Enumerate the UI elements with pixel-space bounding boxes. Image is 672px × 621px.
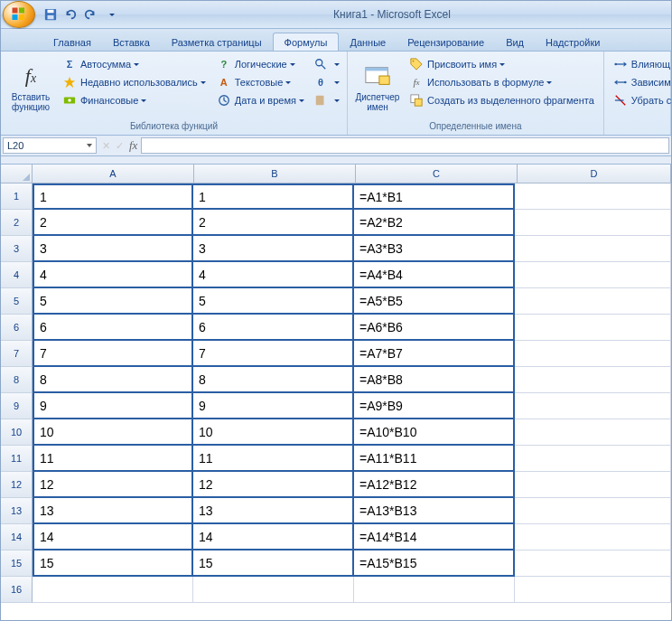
cell-a4[interactable]: 4: [33, 262, 193, 288]
name-manager-button[interactable]: Диспетчер имен: [351, 53, 404, 120]
cell-c12[interactable]: =A12*B12: [354, 472, 515, 498]
remove-arrows-button[interactable]: Убрать стр: [610, 91, 672, 109]
cell-b4[interactable]: 4: [193, 262, 354, 288]
row-header[interactable]: 7: [1, 341, 33, 367]
logical-button[interactable]: ? Логические: [213, 55, 308, 73]
tab-review[interactable]: Рецензирование: [397, 33, 495, 51]
row-header[interactable]: 2: [1, 210, 33, 236]
use-in-formula-button[interactable]: fx Использовать в формуле: [406, 73, 598, 91]
save-button[interactable]: [42, 6, 59, 23]
tab-insert[interactable]: Вставка: [102, 33, 161, 51]
cell-b14[interactable]: 14: [193, 524, 354, 550]
create-from-selection-button[interactable]: Создать из выделенного фрагмента: [406, 91, 598, 109]
row-header[interactable]: 12: [1, 472, 33, 498]
cell-d8[interactable]: [515, 367, 671, 393]
cell-d10[interactable]: [515, 419, 671, 446]
insert-function-button[interactable]: fx Вставить функцию: [5, 53, 57, 120]
formula-input[interactable]: [141, 137, 669, 154]
define-name-button[interactable]: Присвоить имя: [406, 55, 598, 73]
row-header[interactable]: 15: [1, 550, 33, 577]
cell-d2[interactable]: [515, 210, 671, 236]
cell-d15[interactable]: [515, 550, 671, 577]
cell-c6[interactable]: =A6*B6: [354, 315, 515, 341]
trace-precedents-button[interactable]: Влияющ: [610, 55, 672, 73]
cell-c2[interactable]: =A2*B2: [354, 210, 515, 236]
financial-button[interactable]: Финансовые: [59, 91, 210, 109]
cell-a11[interactable]: 11: [33, 446, 193, 472]
row-header[interactable]: 1: [1, 183, 33, 210]
cell-b7[interactable]: 7: [193, 341, 354, 367]
cell-a3[interactable]: 3: [33, 236, 193, 262]
qat-customize-button[interactable]: [102, 6, 118, 23]
cell-b13[interactable]: 13: [193, 498, 354, 524]
cell-a12[interactable]: 12: [33, 472, 193, 498]
column-header-d[interactable]: D: [518, 165, 671, 183]
cell-b9[interactable]: 9: [193, 393, 354, 419]
cell-d11[interactable]: [515, 446, 671, 472]
cell-d5[interactable]: [515, 288, 671, 315]
cell-b2[interactable]: 2: [193, 210, 354, 236]
cell-c16[interactable]: [354, 577, 515, 603]
column-header-c[interactable]: C: [356, 165, 518, 183]
name-box[interactable]: L20: [3, 137, 97, 154]
column-header-b[interactable]: B: [194, 165, 356, 183]
cell-d3[interactable]: [515, 236, 671, 262]
row-header[interactable]: 3: [1, 236, 33, 262]
cell-d7[interactable]: [515, 341, 671, 367]
redo-button[interactable]: [82, 6, 98, 23]
cell-d16[interactable]: [515, 577, 671, 603]
text-button[interactable]: A Текстовые: [213, 73, 308, 91]
row-header[interactable]: 4: [1, 262, 33, 288]
row-header[interactable]: 11: [1, 446, 33, 472]
row-header[interactable]: 6: [1, 315, 33, 341]
fx-button[interactable]: fx: [129, 138, 137, 153]
cell-b5[interactable]: 5: [193, 288, 354, 315]
tab-home[interactable]: Главная: [42, 33, 102, 51]
cell-a1[interactable]: 1: [33, 183, 193, 210]
cell-d6[interactable]: [515, 315, 671, 341]
row-header[interactable]: 13: [1, 498, 33, 524]
tab-addins[interactable]: Надстройки: [535, 33, 611, 51]
math-trig-button[interactable]: θ: [312, 73, 341, 91]
cell-b8[interactable]: 8: [193, 367, 354, 393]
cell-c14[interactable]: =A14*B14: [354, 524, 515, 550]
tab-data[interactable]: Данные: [339, 33, 397, 51]
office-button[interactable]: [3, 1, 35, 28]
cell-a8[interactable]: 8: [33, 367, 193, 393]
cell-b11[interactable]: 11: [193, 446, 354, 472]
row-header[interactable]: 8: [1, 367, 33, 393]
recently-used-button[interactable]: Недавно использовались: [59, 73, 210, 91]
tab-view[interactable]: Вид: [495, 33, 535, 51]
cell-d4[interactable]: [515, 262, 671, 288]
column-header-a[interactable]: A: [33, 165, 194, 183]
cell-b12[interactable]: 12: [193, 472, 354, 498]
more-functions-button[interactable]: [312, 91, 341, 109]
cell-c5[interactable]: =A5*B5: [354, 288, 515, 315]
cell-a6[interactable]: 6: [33, 315, 193, 341]
cell-c9[interactable]: =A9*B9: [354, 393, 515, 419]
cell-c10[interactable]: =A10*B10: [354, 419, 515, 446]
cell-c13[interactable]: =A13*B13: [354, 498, 515, 524]
trace-dependents-button[interactable]: Зависимы: [610, 73, 672, 91]
tab-formulas[interactable]: Формулы: [273, 33, 340, 51]
cell-a15[interactable]: 15: [33, 550, 193, 577]
cell-a9[interactable]: 9: [33, 393, 193, 419]
cell-a2[interactable]: 2: [33, 210, 193, 236]
autosum-button[interactable]: Σ Автосумма: [59, 55, 210, 73]
cell-b6[interactable]: 6: [193, 315, 354, 341]
cell-b16[interactable]: [193, 577, 354, 603]
cell-b15[interactable]: 15: [193, 550, 354, 577]
cell-d14[interactable]: [515, 524, 671, 550]
cell-a14[interactable]: 14: [33, 524, 193, 550]
cell-d9[interactable]: [515, 393, 671, 419]
cell-c4[interactable]: =A4*B4: [354, 262, 515, 288]
cell-b1[interactable]: 1: [193, 183, 354, 210]
cell-d1[interactable]: [515, 183, 671, 210]
cell-d13[interactable]: [515, 498, 671, 524]
row-header[interactable]: 14: [1, 524, 33, 550]
cell-a10[interactable]: 10: [33, 419, 193, 446]
undo-button[interactable]: [62, 6, 79, 23]
cell-c3[interactable]: =A3*B3: [354, 236, 515, 262]
cell-c7[interactable]: =A7*B7: [354, 341, 515, 367]
cell-a13[interactable]: 13: [33, 498, 193, 524]
